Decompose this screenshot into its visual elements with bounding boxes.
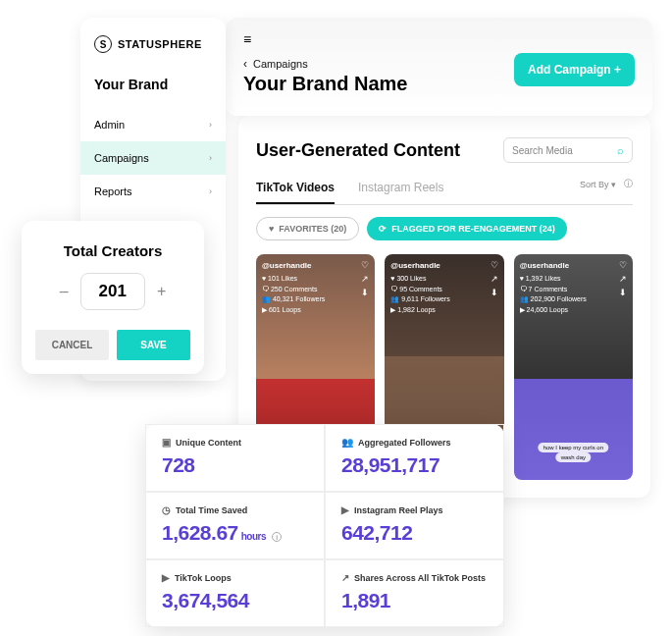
tab-instagram-reels[interactable]: Instagram Reels [358, 181, 443, 204]
share-icon[interactable]: ↗ [361, 274, 369, 284]
save-button[interactable]: SAVE [117, 330, 190, 360]
logo-text: STATUSPHERE [118, 38, 202, 50]
search-icon: ⌕ [617, 144, 624, 156]
stat-time-saved: ◷Total Time Saved 1,628.67hoursi [145, 492, 325, 559]
back-icon: ‹ [243, 57, 247, 71]
info-icon[interactable]: ⓘ [624, 178, 633, 190]
search-input[interactable]: Search Media ⌕ [503, 137, 633, 163]
sidebar-item-label: Admin [94, 119, 125, 131]
download-icon[interactable]: ⬇ [619, 288, 627, 297]
stat-aggregated-followers: 👥Aggregated Followers 28,951,717 [325, 424, 504, 492]
logo: S STATUSPHERE [80, 35, 226, 69]
clock-icon: ◷ [162, 504, 171, 515]
stat-reel-plays: ▶Instagram Reel Plays 642,712 [325, 492, 504, 559]
share-icon: ↗ [341, 572, 349, 583]
content-icon: ▣ [162, 437, 171, 448]
chevron-right-icon: › [209, 153, 212, 163]
stat-value: 28,951,717 [341, 453, 488, 477]
hamburger-icon[interactable]: ≡ [243, 31, 635, 47]
download-icon[interactable]: ⬇ [361, 288, 369, 297]
logo-icon: S [94, 35, 112, 53]
heart-icon[interactable]: ♡ [619, 260, 627, 270]
stat-tiktok-loops: ▶TikTok Loops 3,674,564 [145, 559, 325, 627]
card-action-icons: ♡ ↗ ⬇ [491, 260, 498, 297]
ugc-tabs: TikTok Videos Instagram Reels Sort By ▾ … [256, 181, 633, 205]
card-action-icons: ♡ ↗ ⬇ [361, 260, 369, 297]
stats-panel: ▣Unique Content 728 👥Aggregated Follower… [145, 424, 504, 627]
content-card[interactable]: @userhandle ♥ 1,392 Likes 🗨 7 Comments 👥… [514, 254, 633, 480]
heart-icon[interactable]: ♡ [361, 260, 369, 270]
add-campaign-button[interactable]: Add Campaign + [514, 53, 635, 86]
stat-value: 1,628.67hoursi [162, 521, 308, 545]
creators-title: Total Creators [35, 242, 190, 259]
header-panel: ≡ ‹ Campaigns Your Brand Name Add Campai… [226, 18, 652, 116]
stat-unique-content: ▣Unique Content 728 [145, 424, 325, 492]
refresh-icon: ⟳ [379, 224, 387, 234]
flagged-label: FLAGGED FOR RE-ENGAGEMENT (24) [391, 224, 555, 234]
card-stats: @userhandle ♥ 101 Likes 🗨 250 Comments 👥… [262, 260, 325, 315]
flagged-chip[interactable]: ⟳ FLAGGED FOR RE-ENGAGEMENT (24) [367, 217, 567, 240]
sidebar-item-label: Reports [94, 186, 132, 197]
card-stats: @userhandle ♥ 300 Likes 🗨 95 Comments 👥 … [390, 260, 449, 315]
caption-text: wash day [556, 452, 591, 462]
quantity-stepper: – 201 + [35, 273, 190, 310]
favorites-label: FAVORITES (20) [279, 224, 346, 234]
info-icon[interactable]: i [272, 532, 282, 542]
play-icon: ▶ [162, 572, 170, 583]
stat-value: 1,891 [341, 589, 488, 612]
brand-heading: Your Brand [80, 69, 226, 108]
heart-icon: ♥ [269, 224, 274, 234]
card-stats: @userhandle ♥ 1,392 Likes 🗨 7 Comments 👥… [520, 260, 587, 315]
sidebar-item-label: Campaigns [94, 152, 149, 164]
stat-value: 3,674,564 [162, 589, 308, 612]
stat-shares: ↗Shares Across All TikTok Posts 1,891 [325, 559, 504, 627]
increment-button[interactable]: + [157, 283, 166, 300]
sidebar-item-campaigns[interactable]: Campaigns › [80, 141, 226, 175]
download-icon[interactable]: ⬇ [491, 288, 498, 297]
share-icon[interactable]: ↗ [491, 274, 498, 284]
sidebar-item-admin[interactable]: Admin › [80, 108, 226, 141]
chevron-right-icon: › [209, 186, 212, 196]
search-placeholder: Search Media [512, 145, 573, 156]
ugc-title: User-Generated Content [256, 140, 460, 161]
share-icon[interactable]: ↗ [619, 274, 627, 284]
sidebar-item-reports[interactable]: Reports › [80, 175, 226, 208]
decrement-button[interactable]: – [60, 283, 69, 300]
heart-icon[interactable]: ♡ [491, 260, 498, 270]
tab-tiktok-videos[interactable]: TikTok Videos [256, 181, 335, 204]
card-action-icons: ♡ ↗ ⬇ [619, 260, 627, 297]
chevron-right-icon: › [209, 120, 212, 130]
followers-icon: 👥 [341, 437, 353, 448]
creators-value[interactable]: 201 [80, 273, 145, 310]
stat-value: 642,712 [341, 521, 488, 545]
cancel-button[interactable]: CANCEL [35, 330, 109, 360]
sort-by-dropdown[interactable]: Sort By ▾ [580, 180, 616, 189]
total-creators-card: Total Creators – 201 + CANCEL SAVE [22, 221, 204, 374]
breadcrumb-label: Campaigns [253, 58, 308, 70]
favorites-chip[interactable]: ♥ FAVORITES (20) [256, 217, 359, 240]
play-icon: ▶ [341, 504, 349, 515]
caption-text: how I keep my curls on [539, 443, 608, 452]
stat-value: 728 [162, 453, 308, 477]
